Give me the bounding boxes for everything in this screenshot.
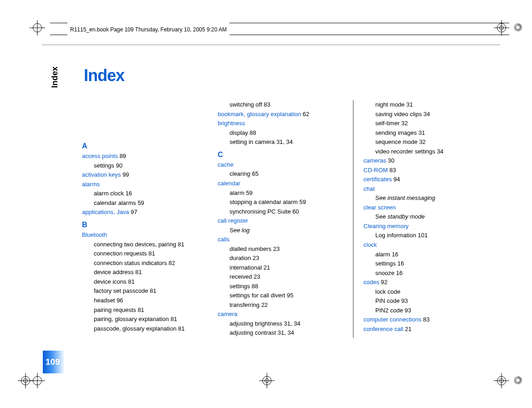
index-term[interactable]: Bluetooth — [82, 230, 215, 240]
index-term[interactable]: conference call 21 — [363, 325, 489, 334]
index-subentry[interactable]: sending images 31 — [363, 128, 489, 138]
index-subentry[interactable]: display 88 — [218, 128, 343, 138]
index-see-reference[interactable]: See log — [218, 226, 343, 235]
index-term[interactable]: clear screen — [363, 203, 489, 213]
index-col-3: night mode 31 saving video clips 34 self… — [353, 100, 489, 338]
index-subentry[interactable]: alarm clock 16 — [82, 189, 215, 199]
index-subentry[interactable]: pairing requests 81 — [82, 306, 215, 315]
section-running-head: Index — [50, 66, 60, 88]
index-subentry[interactable]: synchronising PC Suite 60 — [218, 207, 343, 217]
index-term[interactable]: chat — [363, 184, 489, 194]
index-letter: A — [82, 140, 215, 152]
index-subentry[interactable]: self-timer 32 — [363, 119, 489, 128]
index-subentry[interactable]: device address 81 — [82, 268, 215, 277]
index-subentry[interactable]: received 23 — [218, 272, 343, 282]
index-subentry[interactable]: PIN code 93 — [363, 296, 489, 306]
index-subentry[interactable]: lock code — [363, 287, 489, 297]
index-term[interactable]: calls — [218, 235, 343, 245]
index-term[interactable]: call register — [218, 216, 343, 226]
index-term[interactable]: computer connections 83 — [363, 315, 489, 325]
index-subentry[interactable]: clearing 65 — [218, 169, 343, 179]
index-col-1: A access points 89 settings 90 activatio… — [82, 100, 218, 338]
index-see-reference[interactable]: See instant messaging — [363, 194, 489, 203]
color-registration-icon — [514, 376, 522, 384]
index-subentry[interactable]: adjusting contrast 31, 34 — [218, 328, 343, 338]
index-col-2: switching off 83 bookmark, glossary expl… — [218, 100, 353, 338]
index-subentry[interactable]: transferring 22 — [218, 301, 343, 310]
index-term[interactable]: brightness — [218, 119, 343, 128]
color-registration-icon — [514, 23, 522, 31]
index-term[interactable]: clock — [363, 240, 489, 250]
index-subentry[interactable]: saving video clips 34 — [363, 110, 489, 119]
page-number: 109 — [46, 357, 60, 367]
index-term[interactable]: CD-ROM 83 — [363, 166, 489, 175]
index-columns: A access points 89 settings 90 activatio… — [82, 100, 509, 338]
index-subentry[interactable]: dialled numbers 23 — [218, 245, 343, 254]
index-subentry[interactable]: video recorder settings 34 — [363, 147, 489, 157]
index-letter: C — [218, 149, 343, 160]
index-subentry[interactable]: headset 96 — [82, 296, 215, 306]
index-subentry[interactable]: sequence mode 32 — [363, 138, 489, 147]
index-subentry[interactable]: setting in camera 31, 34 — [218, 138, 343, 147]
index-term[interactable]: calendar — [218, 179, 343, 189]
index-subentry[interactable]: calendar alarms 59 — [82, 199, 215, 208]
index-subentry[interactable]: PIN2 code 93 — [363, 306, 489, 316]
page-number-badge: 109 — [43, 351, 65, 373]
index-term[interactable]: cache — [218, 160, 343, 170]
index-subentry[interactable]: stopping a calendar alarm 59 — [218, 198, 343, 207]
index-subentry[interactable]: Log information 101 — [363, 231, 489, 240]
index-subentry[interactable]: snooze 16 — [363, 269, 489, 278]
index-subentry[interactable]: settings 16 — [363, 259, 489, 269]
page-title: Index — [84, 66, 124, 85]
index-subentry[interactable]: connection requests 81 — [82, 249, 215, 259]
index-subentry[interactable]: settings 90 — [82, 161, 215, 171]
page-imprint-text: R1115_en.book Page 109 Thursday, Februar… — [70, 26, 227, 33]
index-term[interactable]: applications, Java 97 — [82, 208, 215, 217]
index-subentry[interactable]: adjusting brightness 31, 34 — [218, 319, 343, 329]
index-subentry[interactable]: switching off 83 — [218, 100, 343, 110]
index-subentry[interactable]: device icons 81 — [82, 277, 215, 287]
index-term[interactable]: alarms — [82, 180, 215, 189]
page-imprint: R1115_en.book Page 109 Thursday, Februar… — [67, 23, 230, 36]
registration-mark-icon — [30, 20, 45, 36]
index-term[interactable]: cameras 30 — [363, 156, 489, 166]
index-subentry[interactable]: connection status indicators 82 — [82, 259, 215, 268]
index-subentry[interactable]: pairing, glossary explanation 81 — [82, 315, 215, 324]
index-term[interactable]: certificates 94 — [363, 175, 489, 184]
index-term[interactable]: codes 92 — [363, 278, 489, 287]
index-subentry[interactable]: international 21 — [218, 263, 343, 273]
index-subentry[interactable]: passcode, glossary explanation 81 — [82, 324, 215, 334]
index-see-reference[interactable]: See standby mode — [363, 212, 489, 222]
index-term[interactable]: access points 89 — [82, 152, 215, 161]
index-term[interactable]: bookmark, glossary explanation 62 — [218, 110, 343, 119]
index-subentry[interactable]: duration 23 — [218, 254, 343, 263]
index-subentry[interactable]: connecting two devices, pairing 81 — [82, 240, 215, 250]
index-term[interactable]: Clearing memory — [363, 222, 489, 231]
index-term[interactable]: activation keys 99 — [82, 170, 215, 180]
index-subentry[interactable]: night mode 31 — [363, 100, 489, 110]
index-subentry[interactable]: alarm 59 — [218, 189, 343, 198]
index-subentry[interactable]: settings 88 — [218, 282, 343, 291]
index-subentry[interactable]: alarm 16 — [363, 250, 489, 260]
index-subentry[interactable]: factory set passcode 81 — [82, 286, 215, 296]
index-letter: B — [82, 219, 215, 230]
index-term[interactable]: camera — [218, 310, 343, 319]
index-subentry[interactable]: settings for call divert 95 — [218, 291, 343, 301]
